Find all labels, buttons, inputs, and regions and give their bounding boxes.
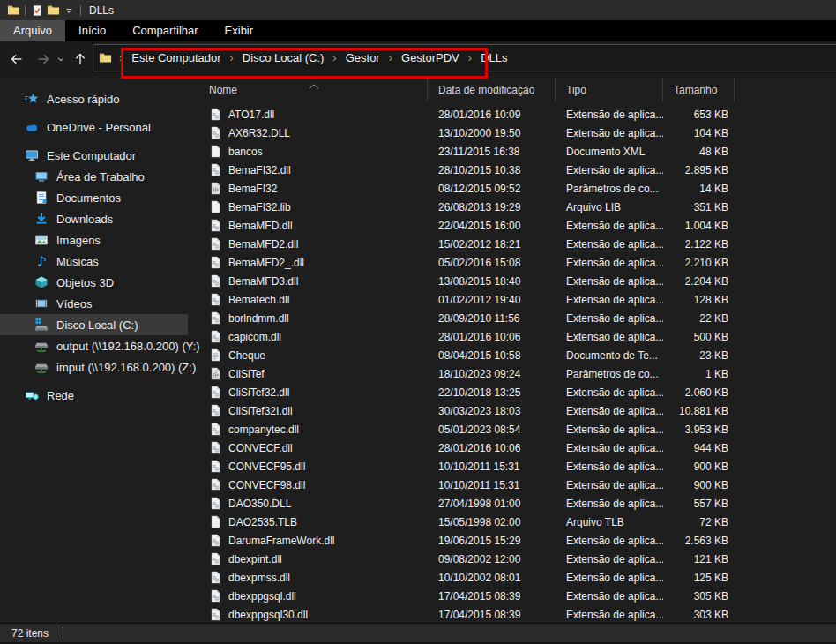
file-row[interactable]: BemaMFD3.dll13/08/2015 18:40Extensão de … [198, 272, 836, 290]
file-type-cell: Extensão de aplica... [556, 535, 663, 547]
up-button[interactable] [71, 50, 90, 68]
breadcrumb-item[interactable]: Disco Local (C:) [241, 51, 325, 64]
back-button[interactable] [7, 50, 26, 68]
file-row[interactable]: BemaMFD2.dll15/02/2012 18:21Extensão de … [198, 235, 836, 253]
file-name: CONVECF98.dll [228, 479, 305, 491]
file-type-cell: Documento de Te... [556, 349, 663, 362]
sidebar-item-rede[interactable]: Rede [0, 385, 188, 406]
sidebar-item-label: Downloads [56, 213, 113, 226]
sidebar-item-acesso-r-pido[interactable]: Acesso rápido [0, 88, 188, 109]
file-date-cell: 27/04/1998 01:00 [428, 498, 556, 510]
qat-button-1[interactable] [29, 3, 45, 19]
file-row[interactable]: BemaMFD.dll22/04/2015 16:00Extensão de a… [198, 216, 836, 235]
file-name-cell: dbexpint.dll [198, 552, 428, 565]
address-bar[interactable]: › Este Computador›Disco Local (C:)›Gesto… [93, 44, 836, 71]
file-date-cell: 23/11/2015 16:38 [428, 146, 556, 158]
column-header-tamanho[interactable]: Tamanho [663, 78, 735, 101]
sidebar-item-rea-de-trabalho[interactable]: Área de Trabalho [0, 166, 188, 187]
main-area: Acesso rápidoOneDrive - PersonalEste Com… [0, 78, 836, 623]
ribbon-tab-arquivo[interactable]: Arquivo [0, 20, 65, 41]
file-row[interactable]: Cheque08/04/2015 10:58Documento de Te...… [198, 346, 836, 364]
file-type-cell: Extensão de aplica... [556, 127, 663, 139]
dll-file-icon [209, 423, 222, 436]
file-row[interactable]: CONVECF98.dll10/10/2011 15:31Extensão de… [198, 476, 836, 494]
file-row[interactable]: BemaFI32.dll28/10/2015 10:38Extensão de … [198, 161, 836, 179]
file-row[interactable]: dbexpint.dll09/08/2002 12:00Extensão de … [198, 550, 836, 568]
breadcrumb-item[interactable]: GestorPDV [399, 51, 461, 64]
file-name-cell: BemaFI32 [198, 182, 428, 195]
file-list: ATO17.dll28/01/2016 10:09Extensão de apl… [198, 101, 836, 623]
ribbon-tab-exibir[interactable]: Exibir [212, 20, 267, 41]
music-note-icon [34, 254, 49, 268]
file-row[interactable]: CliSiTef32.dll22/10/2018 13:25Extensão d… [198, 383, 836, 401]
file-row[interactable]: BemaFI32.lib26/08/2013 19:29Arquivo LIB3… [198, 198, 836, 216]
file-row[interactable]: dbexpmss.dll10/10/2002 08:01Extensão de … [198, 568, 836, 587]
file-name-cell: BemaFI32.lib [198, 200, 428, 213]
sidebar-item-m-sicas[interactable]: Músicas [0, 251, 188, 272]
sidebar-item-documentos[interactable]: Documentos [0, 187, 188, 208]
file-size-cell: 557 KB [663, 498, 735, 510]
window-title: DLLs [89, 4, 114, 17]
breadcrumb-item[interactable]: Este Computador [130, 51, 222, 64]
file-type-cell: Extensão de aplica... [556, 109, 663, 121]
file-row[interactable]: CliSiTef32I.dll30/03/2023 18:03Extensão … [198, 401, 836, 420]
file-row[interactable]: DAO2535.TLB15/05/1998 02:00Arquivo TLB72… [198, 513, 836, 531]
file-name-cell: CliSiTef32I.dll [198, 404, 428, 417]
file-row[interactable]: DarumaFrameWork.dll19/06/2015 15:29Exten… [198, 531, 836, 550]
file-row[interactable]: borlndmm.dll28/09/2010 11:56Extensão de … [198, 309, 836, 327]
ribbon-tab-compartilhar[interactable]: Compartilhar [119, 20, 211, 41]
file-date-cell: 05/02/2016 15:08 [428, 257, 556, 269]
qat-button-0[interactable] [5, 3, 21, 19]
sidebar-item-output-192-168-0-200-y[interactable]: output (\\192.168.0.200) (Y:) [0, 335, 188, 356]
sidebar-item-onedrive-personal[interactable]: OneDrive - Personal [0, 116, 188, 138]
qat-button-2[interactable] [45, 3, 61, 19]
ribbon-tab-início[interactable]: Início [65, 20, 119, 41]
sidebar-item-imput-192-168-0-200-z[interactable]: imput (\\192.168.0.200) (Z:) [0, 356, 188, 378]
forward-button[interactable] [34, 50, 53, 68]
file-name-cell: Cheque [198, 348, 428, 362]
file-row[interactable]: AX6R32.DLL13/10/2000 19:50Extensão de ap… [198, 124, 836, 142]
dll-file-icon [209, 163, 222, 176]
sidebar-item-label: Vídeos [56, 297, 92, 311]
file-type-cell: Extensão de aplica... [556, 572, 663, 584]
sidebar-item-objetos-3d[interactable]: Objetos 3D [0, 272, 188, 293]
sidebar-item-v-deos[interactable]: Vídeos [0, 293, 188, 314]
sidebar-item-label: Objetos 3D [56, 276, 114, 289]
file-name: BemaMFD.dll [228, 220, 293, 232]
file-row[interactable]: CONVECF.dll28/01/2016 10:06Extensão de a… [198, 438, 836, 457]
recent-locations-chevron-icon[interactable] [55, 50, 67, 68]
file-row[interactable]: CliSiTef18/10/2023 09:24Parâmetros de co… [198, 364, 836, 383]
breadcrumb-item[interactable]: DLLs [479, 51, 509, 64]
file-row[interactable]: ATO17.dll28/01/2016 10:09Extensão de apl… [198, 105, 836, 124]
sidebar-item-disco-local-c[interactable]: Disco Local (C:) [0, 314, 188, 335]
file-date-cell: 18/10/2023 09:24 [428, 368, 556, 380]
file-row[interactable]: dbexppgsql.dll17/04/2015 08:39Extensão d… [198, 587, 836, 605]
file-name-cell: dbexppgsql.dll [198, 589, 428, 603]
file-date-cell: 10/10/2011 15:31 [428, 461, 556, 473]
sidebar-item-label: Área de Trabalho [56, 170, 145, 183]
file-row[interactable]: companytec.dll05/01/2023 08:54Extensão d… [198, 420, 836, 438]
qat-button-3[interactable] [61, 3, 77, 19]
file-row[interactable]: BemaMFD2_.dll05/02/2016 15:08Extensão de… [198, 253, 836, 272]
sidebar-item-downloads[interactable]: Downloads [0, 208, 188, 229]
sidebar-item-imagens[interactable]: Imagens [0, 229, 188, 251]
text-file-icon [209, 348, 222, 362]
file-row[interactable]: DAO350.DLL27/04/1998 01:00Extensão de ap… [198, 494, 836, 513]
file-list-pane: NomeData de modificaçãoTipoTamanho ATO17… [188, 78, 836, 623]
breadcrumb-separator: › [230, 51, 234, 64]
breadcrumb-item[interactable]: Gestor [344, 51, 382, 64]
file-row[interactable]: Bematech.dll01/02/2012 19:40Extensão de … [198, 290, 836, 309]
column-header-tipo[interactable]: Tipo [556, 78, 663, 101]
file-name: dbexppgsql.dll [228, 590, 296, 603]
file-size-cell: 500 KB [663, 331, 735, 343]
column-header-data-de-modifica-o[interactable]: Data de modificação [428, 78, 556, 101]
sidebar-item-este-computador[interactable]: Este Computador [0, 145, 188, 166]
file-row[interactable]: dbexppgsql30.dll17/04/2015 08:39Extensão… [198, 605, 836, 623]
file-name: dbexpmss.dll [228, 572, 290, 584]
file-row[interactable]: capicom.dll28/01/2016 10:06Extensão de a… [198, 327, 836, 346]
file-name: borlndmm.dll [228, 312, 289, 325]
file-row[interactable]: BemaFI3208/12/2015 09:52Parâmetros de co… [198, 179, 836, 198]
file-date-cell: 10/10/2002 08:01 [428, 572, 556, 584]
file-row[interactable]: bancos23/11/2015 16:38Documento XML48 KB [198, 142, 836, 161]
file-row[interactable]: CONVECF95.dll10/10/2011 15:31Extensão de… [198, 457, 836, 476]
